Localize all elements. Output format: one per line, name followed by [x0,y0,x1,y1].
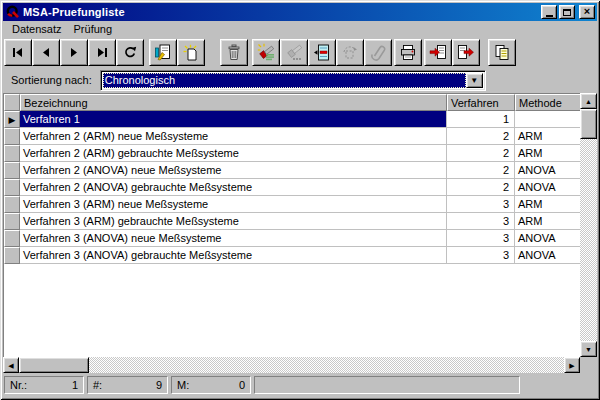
status-panel-count: #: 9 [87,376,168,394]
grid-region: Bezeichnung Verfahren Methode ▶ Verfahre… [3,93,597,357]
status-panel-message [254,376,520,394]
table-row[interactable]: Verfahren 2 (ANOVA) gebrauchte Meßsystem… [4,179,580,196]
cell-verfahren: 3 [447,230,515,247]
attach-button[interactable] [364,39,392,66]
sort-combobox[interactable]: Chronologisch ▼ [100,70,486,91]
vertical-scroll-thumb[interactable] [580,109,597,139]
indicator-column-header [4,94,20,111]
table-row[interactable]: Verfahren 3 (ANOVA) neue Meßsysteme 3 AN… [4,230,580,247]
printer-icon [399,44,417,61]
toolbar [3,37,597,67]
trash-icon [225,44,243,61]
cell-bezeichnung: Verfahren 1 [20,111,447,128]
status-label: Nr.: [10,379,27,391]
table-row[interactable]: Verfahren 3 (ARM) neue Meßsysteme 3 ARM [4,196,580,213]
scroll-up-button[interactable]: ▲ [580,93,597,109]
last-record-icon [95,47,109,58]
cell-verfahren: 2 [447,162,515,179]
delete-record-button[interactable] [220,39,248,66]
title-bar[interactable]: MSA-Pruefungliste × [3,3,597,21]
table-row[interactable]: Verfahren 3 (ANOVA) gebrauchte Meßsystem… [4,247,580,264]
current-row-indicator: ▶ [4,111,20,128]
app-logo-q-icon [6,5,20,19]
menu-pruefung[interactable]: Prüfung [68,22,119,36]
vertical-scroll-track[interactable] [580,139,597,341]
cell-methode: ANOVA [515,179,580,196]
search-button[interactable] [252,39,280,66]
window-title: MSA-Pruefungliste [23,6,541,18]
select-mode-button[interactable] [336,39,364,66]
export-record-button[interactable] [452,39,480,66]
status-panel-nr: Nr.: 1 [4,376,84,394]
table-row[interactable]: Verfahren 2 (ARM) gebrauchte Meßsysteme … [4,145,580,162]
scroll-right-button[interactable]: ▶ [564,357,580,373]
arrow-down-icon: ▼ [585,346,592,353]
row-indicator [4,196,20,213]
table-row[interactable]: Verfahren 2 (ANOVA) neue Meßsysteme 2 AN… [4,162,580,179]
status-value: 0 [239,379,245,391]
status-value: 1 [72,379,78,391]
cell-bezeichnung: Verfahren 2 (ANOVA) gebrauchte Meßsystem… [20,179,447,196]
horizontal-scroll-track[interactable] [89,357,564,373]
status-label: M: [177,379,189,391]
cell-methode [515,111,580,128]
table-row[interactable]: Verfahren 2 (ARM) neue Meßsysteme 2 ARM [4,128,580,145]
cell-verfahren: 2 [447,179,515,196]
maximize-button[interactable] [559,5,575,19]
arrow-up-icon: ▲ [585,98,592,105]
cell-bezeichnung: Verfahren 2 (ANOVA) neue Meßsysteme [20,162,447,179]
status-value: 9 [156,379,162,391]
cell-methode: ARM [515,128,580,145]
sort-combobox-value[interactable]: Chronologisch [103,73,466,88]
prior-record-button[interactable] [32,39,60,66]
search-again-button[interactable] [280,39,308,66]
remove-entry-button[interactable] [308,39,336,66]
cell-methode: ANOVA [515,247,580,264]
cell-verfahren: 3 [447,247,515,264]
data-grid: Bezeichnung Verfahren Methode ▶ Verfahre… [3,93,580,357]
app-window: MSA-Pruefungliste × Datensatz Prüfung [0,0,600,400]
sort-label: Sortierung nach: [11,74,92,86]
horizontal-scroll-thumb[interactable] [19,357,89,373]
refresh-button[interactable] [116,39,144,66]
row-indicator [4,162,20,179]
close-button[interactable]: × [579,5,595,19]
column-header-bezeichnung: Bezeichnung [20,94,447,111]
status-panel-m: M: 0 [171,376,251,394]
refresh-icon [123,46,137,58]
edit-document-icon [154,44,172,61]
row-arrow-icon: ▶ [9,115,16,125]
new-record-button[interactable] [177,39,205,66]
arrow-right-icon: ▶ [569,362,574,369]
cell-bezeichnung: Verfahren 3 (ANOVA) neue Meßsysteme [20,230,447,247]
menu-datensatz[interactable]: Datensatz [6,22,68,36]
import-record-button[interactable] [424,39,452,66]
table-row[interactable]: ▶ Verfahren 1 1 [4,111,580,128]
minimize-button[interactable] [541,5,557,19]
row-indicator [4,230,20,247]
flashlight-list-icon [257,43,276,61]
copy-record-button[interactable] [488,39,516,66]
cell-methode: ARM [515,196,580,213]
edit-record-button[interactable] [149,39,177,66]
prior-record-icon [39,47,53,58]
first-record-button[interactable] [4,39,32,66]
last-record-button[interactable] [88,39,116,66]
column-header-verfahren: Verfahren [447,94,515,111]
next-record-button[interactable] [60,39,88,66]
scroll-down-button[interactable]: ▼ [580,341,597,357]
combobox-dropdown-button[interactable]: ▼ [466,73,483,88]
cell-methode: ANOVA [515,162,580,179]
maximize-icon [563,9,571,16]
flashlight-icon [285,43,304,61]
scroll-left-button[interactable]: ◀ [3,357,19,373]
cell-methode: ARM [515,213,580,230]
horizontal-scrollbar[interactable]: ◀ ▶ [3,357,597,373]
table-row[interactable]: Verfahren 3 (ARM) gebrauchte Meßsysteme … [4,213,580,230]
print-button[interactable] [394,39,422,66]
paperclip-icon [369,44,387,61]
cell-verfahren: 3 [447,213,515,230]
cell-bezeichnung: Verfahren 2 (ARM) gebrauchte Meßsysteme [20,145,447,162]
vertical-scrollbar[interactable]: ▲ ▼ [580,93,597,357]
import-arrow-icon [429,44,447,61]
